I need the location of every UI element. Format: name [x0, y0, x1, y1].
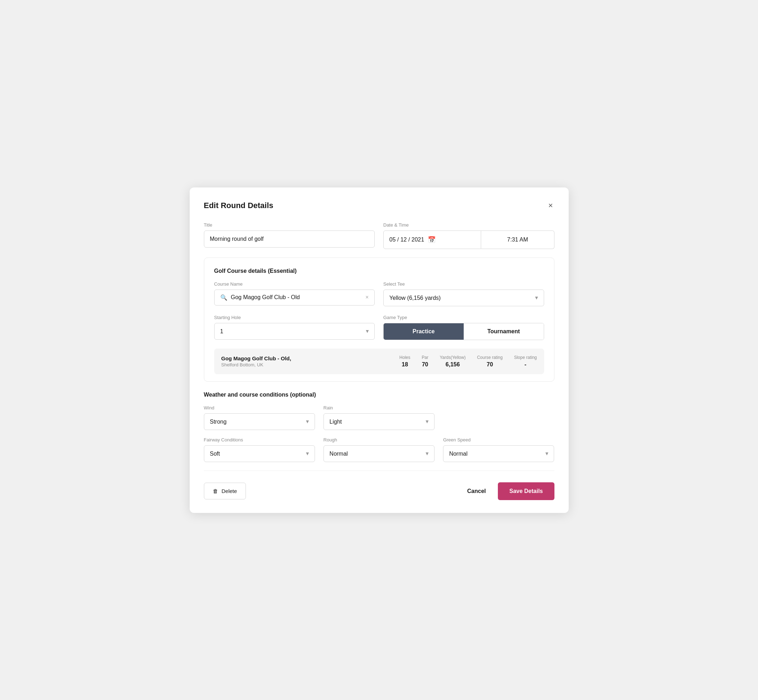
par-value: 70 — [422, 361, 428, 368]
close-button[interactable]: × — [547, 200, 554, 211]
course-info-bar: Gog Magog Golf Club - Old, Shelford Bott… — [214, 348, 544, 374]
stat-slope-rating: Slope rating - — [514, 355, 537, 368]
hole-gametype-row: Starting Hole 1 2 3 10 ▼ Game Type Pract… — [214, 315, 544, 340]
tee-select[interactable]: Yellow (6,156 yards) White (6,500 yards)… — [383, 289, 544, 306]
game-type-toggle: Practice Tournament — [383, 323, 544, 340]
game-type-group: Game Type Practice Tournament — [383, 315, 544, 340]
date-field[interactable]: 05 / 12 / 2021 📅 — [383, 230, 481, 249]
modal-title: Edit Round Details — [204, 201, 274, 210]
stat-holes: Holes 18 — [399, 355, 410, 368]
date-value: 05 / 12 / 2021 — [389, 236, 424, 243]
course-name-group: Course Name 🔍 × — [214, 281, 375, 306]
course-info-name-text: Gog Magog Golf Club - Old, — [221, 355, 388, 361]
course-name-label: Course Name — [214, 281, 375, 287]
stat-yards: Yards(Yellow) 6,156 — [440, 355, 466, 368]
fairway-label: Fairway Conditions — [204, 437, 315, 442]
rough-select-wrapper: Soft Normal Hard ▼ — [324, 445, 434, 462]
yards-label: Yards(Yellow) — [440, 355, 466, 360]
par-label: Par — [422, 355, 429, 360]
wind-select[interactable]: None Light Moderate Strong — [204, 413, 315, 430]
green-speed-label: Green Speed — [443, 437, 554, 442]
holes-label: Holes — [399, 355, 410, 360]
stat-par: Par 70 — [422, 355, 429, 368]
course-tee-row: Course Name 🔍 × Select Tee Yellow (6,156… — [214, 281, 544, 306]
green-speed-select-wrapper: Slow Normal Fast ▼ — [443, 445, 554, 462]
wind-select-wrapper: None Light Moderate Strong ▼ — [204, 413, 315, 430]
starting-hole-select[interactable]: 1 2 3 10 — [214, 323, 375, 340]
fairway-select[interactable]: Soft Normal Hard — [204, 445, 315, 462]
course-rating-label: Course rating — [477, 355, 503, 360]
trash-icon: 🗑 — [213, 488, 218, 494]
calendar-icon: 📅 — [428, 236, 435, 244]
wind-group: Wind None Light Moderate Strong ▼ — [204, 405, 315, 430]
golf-course-title: Golf Course details (Essential) — [214, 268, 544, 274]
fairway-rough-green-row: Fairway Conditions Soft Normal Hard ▼ Ro… — [204, 437, 554, 462]
conditions-section: Weather and course conditions (optional)… — [204, 392, 554, 462]
fairway-group: Fairway Conditions Soft Normal Hard ▼ — [204, 437, 315, 462]
stat-course-rating: Course rating 70 — [477, 355, 503, 368]
green-speed-select[interactable]: Slow Normal Fast — [443, 445, 554, 462]
holes-value: 18 — [402, 361, 408, 368]
select-tee-group: Select Tee Yellow (6,156 yards) White (6… — [383, 281, 544, 306]
search-icon: 🔍 — [220, 294, 227, 301]
wind-rain-row: Wind None Light Moderate Strong ▼ Rain N… — [204, 405, 554, 430]
footer-right: Cancel Save Details — [464, 482, 554, 500]
delete-label: Delete — [222, 488, 237, 494]
footer-divider — [204, 470, 554, 471]
tournament-button[interactable]: Tournament — [464, 323, 544, 340]
wind-label: Wind — [204, 405, 315, 411]
conditions-title: Weather and course conditions (optional) — [204, 392, 554, 398]
green-speed-group: Green Speed Slow Normal Fast ▼ — [443, 437, 554, 462]
title-input[interactable] — [204, 230, 375, 248]
starting-hole-group: Starting Hole 1 2 3 10 ▼ — [214, 315, 375, 340]
game-type-label: Game Type — [383, 315, 544, 320]
select-tee-label: Select Tee — [383, 281, 544, 287]
slope-rating-value: - — [525, 361, 526, 368]
date-time-wrapper: 05 / 12 / 2021 📅 7:31 AM — [383, 230, 554, 249]
modal-header: Edit Round Details × — [204, 200, 554, 211]
clear-icon[interactable]: × — [365, 294, 369, 300]
practice-button[interactable]: Practice — [384, 323, 464, 340]
time-value: 7:31 AM — [507, 236, 528, 243]
rain-group: Rain None Light Moderate Heavy ▼ — [324, 405, 434, 430]
course-info-location: Shelford Bottom, UK — [221, 362, 388, 367]
rough-select[interactable]: Soft Normal Hard — [324, 445, 434, 462]
time-field[interactable]: 7:31 AM — [481, 230, 554, 249]
fairway-select-wrapper: Soft Normal Hard ▼ — [204, 445, 315, 462]
rain-select-wrapper: None Light Moderate Heavy ▼ — [324, 413, 434, 430]
save-button[interactable]: Save Details — [498, 482, 554, 500]
datetime-group: Date & Time 05 / 12 / 2021 📅 7:31 AM — [383, 222, 554, 249]
title-label: Title — [204, 222, 375, 228]
title-datetime-row: Title Date & Time 05 / 12 / 2021 📅 7:31 … — [204, 222, 554, 249]
starting-hole-label: Starting Hole — [214, 315, 375, 320]
edit-round-modal: Edit Round Details × Title Date & Time 0… — [190, 188, 568, 513]
course-search-wrapper[interactable]: 🔍 × — [214, 289, 375, 306]
rough-group: Rough Soft Normal Hard ▼ — [324, 437, 434, 462]
golf-course-section: Golf Course details (Essential) Course N… — [204, 258, 554, 382]
tee-select-wrapper: Yellow (6,156 yards) White (6,500 yards)… — [383, 289, 544, 306]
cancel-button[interactable]: Cancel — [464, 483, 489, 499]
rain-select[interactable]: None Light Moderate Heavy — [324, 413, 434, 430]
course-info-name: Gog Magog Golf Club - Old, Shelford Bott… — [221, 355, 388, 367]
course-name-input[interactable] — [231, 294, 362, 300]
slope-rating-label: Slope rating — [514, 355, 537, 360]
yards-value: 6,156 — [446, 361, 460, 368]
rain-label: Rain — [324, 405, 434, 411]
delete-button[interactable]: 🗑 Delete — [204, 483, 246, 499]
title-group: Title — [204, 222, 375, 249]
course-rating-value: 70 — [487, 361, 493, 368]
hole-select-wrapper: 1 2 3 10 ▼ — [214, 323, 375, 340]
rough-label: Rough — [324, 437, 434, 442]
footer-row: 🗑 Delete Cancel Save Details — [204, 482, 554, 500]
datetime-label: Date & Time — [383, 222, 554, 228]
